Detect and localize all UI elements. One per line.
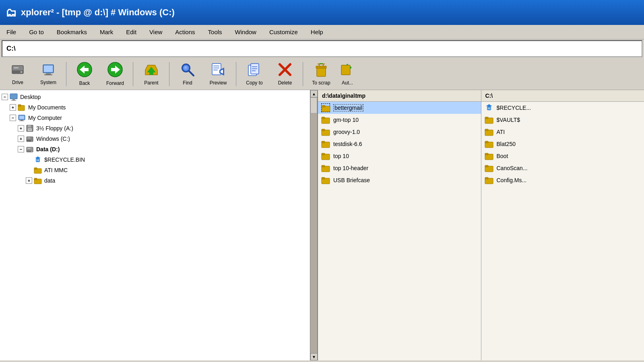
right-file-panel[interactable]: C:\ $RECYCLE... bbox=[481, 90, 644, 360]
tree-scrollbar[interactable]: ▲ ▼ bbox=[310, 90, 317, 360]
menu-tools[interactable]: Tools bbox=[202, 27, 229, 37]
tree-toggle-floppy[interactable]: + bbox=[18, 125, 24, 132]
file-name-boot: Boot bbox=[497, 153, 508, 159]
tree-item-windows-c[interactable]: + Windows (C:) bbox=[0, 134, 310, 144]
scroll-track[interactable] bbox=[310, 97, 317, 353]
svg-point-58 bbox=[31, 151, 33, 152]
drive-c-icon bbox=[26, 135, 34, 143]
tree-item-desktop[interactable]: − Desktop bbox=[0, 92, 310, 102]
toolbar-forward-button[interactable]: Forward bbox=[101, 60, 130, 88]
menu-mark[interactable]: Mark bbox=[93, 27, 120, 37]
tree-item-recycle[interactable]: $RECYCLE.BIN bbox=[0, 154, 310, 165]
toolbar-preview-button[interactable]: Preview bbox=[204, 60, 233, 88]
file-name-bettergmail: bettergmail bbox=[333, 104, 363, 111]
tree-toggle-desktop[interactable]: − bbox=[2, 94, 8, 100]
menu-window[interactable]: Window bbox=[229, 27, 263, 37]
file-item-gmtop10[interactable]: gm-top 10 bbox=[318, 114, 481, 126]
svg-rect-5 bbox=[44, 66, 53, 72]
file-item-top10header[interactable]: top 10-header bbox=[318, 162, 481, 174]
svg-rect-68 bbox=[322, 105, 325, 107]
file-item-top10[interactable]: top 10 bbox=[318, 150, 481, 162]
file-item-groovy[interactable]: groovy-1.0 bbox=[318, 126, 481, 138]
toolbar-toscrap-button[interactable]: To scrap bbox=[307, 60, 336, 88]
folder-icon-bettergmail bbox=[321, 103, 330, 112]
file-name-ati-c: ATI bbox=[497, 129, 505, 135]
address-bar[interactable]: C:\ bbox=[2, 40, 642, 57]
tree-item-data-sub[interactable]: + data bbox=[0, 175, 310, 186]
file-item-canoscan[interactable]: CanoScan... bbox=[481, 162, 644, 174]
toolbar-find-button[interactable]: Find bbox=[173, 60, 202, 88]
file-name-top10: top 10 bbox=[333, 153, 349, 159]
file-item-vault[interactable]: $VAULT$ bbox=[481, 114, 644, 126]
toolbar-sep-3 bbox=[169, 62, 170, 86]
toolbar-back-button[interactable]: Back bbox=[70, 60, 99, 88]
tree-item-mycomputer[interactable]: − My Computer bbox=[0, 113, 310, 123]
left-file-panel[interactable]: d:\data\gina\tmp bettergmail bbox=[318, 90, 481, 360]
tree-panel[interactable]: − Desktop + bbox=[0, 90, 318, 360]
svg-rect-41 bbox=[11, 100, 16, 101]
svg-rect-72 bbox=[322, 129, 325, 131]
address-path: C:\ bbox=[6, 45, 16, 53]
right-panel-header: C:\ bbox=[481, 90, 644, 102]
toolbar-sep-5 bbox=[303, 62, 303, 86]
svg-point-16 bbox=[184, 66, 187, 69]
drive-icon bbox=[10, 62, 25, 79]
scroll-up-button[interactable]: ▲ bbox=[310, 90, 318, 97]
tree-toggle-mydocs[interactable]: + bbox=[10, 104, 16, 111]
file-item-bettergmail[interactable]: bettergmail bbox=[318, 102, 481, 114]
parent-label: Parent bbox=[144, 80, 158, 86]
menu-actions[interactable]: Actions bbox=[169, 27, 201, 37]
file-item-testdisk[interactable]: testdisk-6.6 bbox=[318, 138, 481, 150]
menu-goto[interactable]: Go to bbox=[23, 27, 50, 37]
tree-toggle-data-sub[interactable]: + bbox=[26, 177, 32, 184]
tree-label-mycomputer: My Computer bbox=[28, 115, 62, 121]
svg-rect-30 bbox=[317, 68, 326, 76]
copyto-label: Copy to bbox=[246, 80, 262, 86]
tree-item-ati-mmc[interactable]: ATI MMC bbox=[0, 165, 310, 175]
svg-rect-76 bbox=[322, 153, 325, 155]
scroll-down-button[interactable]: ▼ bbox=[310, 353, 318, 360]
system-label: System bbox=[40, 80, 56, 85]
folder-icon-ati-c bbox=[485, 128, 493, 136]
ati-folder-icon bbox=[34, 166, 42, 174]
toolbar-delete-button[interactable]: Delete bbox=[270, 60, 299, 88]
copyto-icon bbox=[247, 62, 262, 79]
menu-file[interactable]: File bbox=[0, 27, 23, 37]
toolbar-copyto-button[interactable]: Copy to bbox=[240, 60, 269, 88]
menu-view[interactable]: View bbox=[143, 27, 169, 37]
menu-customize[interactable]: Customize bbox=[263, 27, 304, 37]
file-item-usb-briefcase[interactable]: USB Briefcase bbox=[318, 174, 481, 186]
folder-icon-boot bbox=[485, 152, 493, 160]
window-title: xplorer² - [tmp @ d:\] # Windows (C:) bbox=[21, 7, 175, 18]
menu-bookmarks[interactable]: Bookmarks bbox=[50, 27, 93, 37]
svg-rect-93 bbox=[485, 165, 488, 167]
tree-item-mydocs[interactable]: + My Documents bbox=[0, 102, 310, 113]
toolbar-parent-button[interactable]: Parent bbox=[137, 60, 166, 88]
file-item-boot[interactable]: Boot bbox=[481, 150, 644, 162]
tree-toggle-data-d[interactable]: − bbox=[18, 146, 24, 152]
toolbar-auto-button[interactable]: Aut... bbox=[337, 60, 357, 88]
toolbar-sep-2 bbox=[133, 62, 134, 86]
svg-rect-31 bbox=[316, 66, 326, 68]
menu-edit[interactable]: Edit bbox=[120, 27, 143, 37]
svg-rect-39 bbox=[10, 94, 17, 99]
file-item-blat250[interactable]: Blat250 bbox=[481, 138, 644, 150]
file-item-configms[interactable]: Config.Ms... bbox=[481, 174, 644, 186]
file-name-top10header: top 10-header bbox=[333, 165, 368, 171]
svg-rect-40 bbox=[12, 99, 15, 100]
file-item-recycle-c[interactable]: $RECYCLE... bbox=[481, 102, 644, 114]
tree-label-desktop: Desktop bbox=[20, 94, 41, 100]
toolbar-system-button[interactable]: System bbox=[34, 60, 63, 87]
file-item-ati-c[interactable]: ATI bbox=[481, 126, 644, 138]
tree-label-recycle: $RECYCLE.BIN bbox=[44, 156, 85, 163]
menu-help[interactable]: Help bbox=[304, 27, 330, 37]
file-name-usb-briefcase: USB Briefcase bbox=[333, 177, 370, 183]
desktop-icon bbox=[10, 93, 18, 101]
svg-rect-60 bbox=[36, 158, 40, 162]
tree-toggle-windows-c[interactable]: + bbox=[18, 136, 24, 142]
tree-toggle-mycomputer[interactable]: − bbox=[10, 115, 16, 121]
file-name-vault: $VAULT$ bbox=[497, 117, 520, 123]
tree-item-floppy[interactable]: + 3½ Floppy (A:) bbox=[0, 123, 310, 134]
tree-item-data-d[interactable]: − Data (D:) bbox=[0, 144, 310, 154]
toolbar-drive-button[interactable]: Drive bbox=[3, 60, 32, 87]
